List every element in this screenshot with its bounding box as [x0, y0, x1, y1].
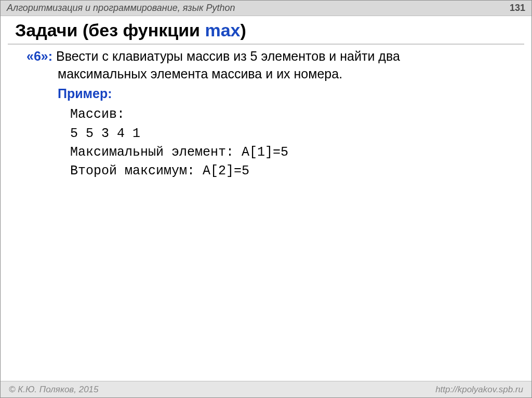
footer-bar: © К.Ю. Поляков, 2015 http://kpolyakov.sp…	[1, 381, 531, 397]
header-bar: Алгоритмизация и программирование, язык …	[1, 1, 531, 16]
footer-url: http://kpolyakov.spb.ru	[435, 385, 523, 395]
footer-copyright: © К.Ю. Поляков, 2015	[9, 385, 99, 395]
code-l3: Максимальный элемент: A[1]=5	[70, 145, 288, 160]
task-line2: максимальных элемента массива и их номер…	[26, 65, 517, 83]
page-number: 131	[510, 3, 525, 13]
code-l1: Массив:	[70, 107, 125, 122]
slide: Алгоритмизация и программирование, язык …	[0, 0, 532, 398]
title-keyword: max	[205, 20, 240, 40]
content-body: «6»: Ввести с клавиатуры массив из 5 эле…	[1, 45, 531, 381]
code-block: Массив: 5 5 3 4 1 Максимальный элемент: …	[26, 105, 517, 181]
code-l4: Второй максимум: A[2]=5	[70, 163, 249, 179]
header-title: Алгоритмизация и программирование, язык …	[7, 3, 235, 13]
task-block: «6»: Ввести с клавиатуры массив из 5 эле…	[26, 48, 517, 83]
task-line1: Ввести с клавиатуры массив из 5 элементо…	[52, 49, 400, 63]
example-label: Пример:	[58, 85, 517, 103]
title-suffix: )	[241, 20, 246, 40]
page-title: Задачи (без функции max)	[1, 16, 531, 44]
code-l2: 5 5 3 4 1	[70, 126, 140, 141]
title-prefix: Задачи (без функции	[15, 20, 205, 40]
level-label: «6»:	[26, 49, 52, 63]
example-wrap: Пример:	[26, 85, 517, 103]
